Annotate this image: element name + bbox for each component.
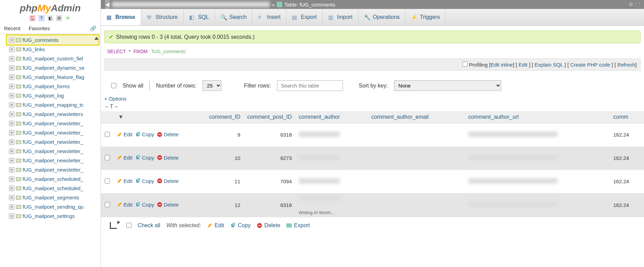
tab-insert[interactable]: ≡Insert [252, 9, 286, 25]
tree-item-fUG_mailpoet_settings[interactable]: +fUG_mailpoet_settings [7, 211, 99, 221]
row-checkbox[interactable] [105, 202, 110, 207]
tab-structure[interactable]: ⚒Structure [141, 9, 184, 25]
copy-button[interactable]: Copy [135, 131, 154, 137]
profiling-checkbox[interactable] [462, 61, 468, 67]
link-explain[interactable]: Explain SQL [534, 62, 563, 68]
row-checkbox[interactable] [105, 132, 110, 137]
sortkey-select[interactable]: None [394, 80, 501, 91]
col-comment_author[interactable]: comment_author [295, 111, 368, 123]
link-create-php[interactable]: Create PHP code [570, 62, 610, 68]
column-controls[interactable]: ←T→ [101, 104, 644, 111]
col-comment_author_url[interactable]: comment_author_url [465, 111, 610, 123]
delete-button[interactable]: Delete [157, 131, 179, 137]
tree-item-fUG_mailpoet_newsletter_[interactable]: +fUG_mailpoet_newsletter_ [7, 165, 99, 174]
tree-item-fUG_mailpoet_newsletter_[interactable]: +fUG_mailpoet_newsletter_ [7, 128, 99, 137]
expand-icon[interactable]: + [9, 204, 14, 210]
tab-favorites[interactable]: Favorites [25, 23, 54, 34]
expand-icon[interactable]: + [9, 158, 14, 163]
expand-icon[interactable]: + [9, 186, 14, 191]
expand-icon[interactable]: + [9, 139, 14, 145]
tree-item-fUG_mailpoet_custom_fiel[interactable]: +fUG_mailpoet_custom_fiel [7, 54, 99, 63]
delete-button[interactable]: Delete [157, 155, 179, 161]
col-comment_ID[interactable]: comment_ID [192, 111, 244, 123]
overlay-icon[interactable]: ⬚ [635, 1, 640, 8]
tree-item-fUG_mailpoet_mapping_tc[interactable]: +fUG_mailpoet_mapping_tc [7, 100, 99, 109]
filter-input[interactable] [277, 80, 343, 91]
row-checkbox[interactable] [105, 178, 110, 184]
row-checkbox[interactable] [105, 155, 110, 160]
col-comm[interactable]: comm [610, 111, 644, 123]
edit-button[interactable]: Edit [117, 178, 133, 184]
expand-icon[interactable]: + [9, 112, 14, 117]
delete-button[interactable]: Delete [157, 178, 179, 184]
tab-operations[interactable]: 🔧Operations [358, 9, 405, 25]
help-icon[interactable]: ? [38, 15, 45, 21]
expand-icon[interactable]: + [9, 74, 14, 80]
expand-icon[interactable]: + [9, 130, 14, 136]
bulk-edit[interactable]: Edit [207, 222, 224, 229]
expand-icon[interactable]: + [9, 149, 14, 154]
link-refresh[interactable]: Refresh [617, 62, 635, 68]
tree-item-fUG_mailpoet_newsletters[interactable]: +fUG_mailpoet_newsletters [7, 109, 99, 119]
bulk-copy[interactable]: Copy [230, 222, 251, 229]
sql-icon[interactable]: ◧ [47, 15, 54, 21]
tree-item-fUG_links[interactable]: +fUG_links [7, 45, 99, 54]
tree-item-fUG_mailpoet_feature_flag[interactable]: +fUG_mailpoet_feature_flag [7, 72, 99, 82]
expand-icon[interactable]: + [9, 167, 14, 173]
expand-icon[interactable]: + [9, 195, 14, 200]
expand-icon[interactable]: + [9, 84, 14, 89]
tree-item-fUG_mailpoet_newsletter_[interactable]: +fUG_mailpoet_newsletter_ [7, 147, 99, 156]
tab-import[interactable]: ▥Import [323, 9, 358, 25]
expand-icon[interactable]: + [9, 176, 14, 182]
col-comment_post_ID[interactable]: comment_post_ID [244, 111, 295, 123]
tree-item-fUG_mailpoet_newsletter_[interactable]: +fUG_mailpoet_newsletter_ [7, 156, 99, 165]
tree-item-fUG_mailpoet_forms[interactable]: +fUG_mailpoet_forms [7, 82, 99, 91]
expand-icon[interactable]: + [9, 102, 14, 108]
bulk-export[interactable]: Export [286, 222, 310, 229]
expand-icon[interactable]: + [9, 65, 14, 71]
refresh-icon[interactable]: ⟳ [65, 15, 71, 21]
link-icon[interactable]: 🔗 [86, 23, 101, 34]
numrows-select[interactable]: 25 [203, 80, 221, 91]
delete-button[interactable]: Delete [157, 202, 179, 208]
tab-triggers[interactable]: ⚡Triggers [405, 9, 446, 25]
sort-icon[interactable]: ▼ [118, 114, 124, 120]
expand-icon[interactable]: + [9, 121, 14, 126]
expand-icon[interactable]: + [9, 56, 14, 61]
bulk-delete[interactable]: Delete [257, 222, 280, 229]
expand-icon[interactable]: + [9, 93, 14, 98]
edit-button[interactable]: Edit [117, 131, 133, 137]
tab-export[interactable]: ▤Export [286, 9, 322, 25]
tab-search[interactable]: 🔍Search [215, 9, 253, 25]
check-all-checkbox[interactable] [126, 223, 131, 228]
copy-button[interactable]: Copy [135, 178, 154, 184]
tree-item-fUG_mailpoet_log[interactable]: +fUG_mailpoet_log [7, 91, 99, 100]
tab-sql[interactable]: ◧SQL [184, 9, 215, 25]
tree-item-fUG_mailpoet_scheduled_[interactable]: +fUG_mailpoet_scheduled_ [7, 184, 99, 193]
tab-recent[interactable]: Recent [0, 23, 25, 34]
tree-item-fUG_comments[interactable]: +fUG_comments [7, 35, 99, 45]
home-icon[interactable]: 🏠 [30, 15, 36, 21]
link-edit-inline[interactable]: Edit inline [491, 62, 513, 68]
tab-browse[interactable]: ▦Browse [101, 9, 141, 25]
expand-icon[interactable]: + [9, 213, 14, 219]
gear-icon[interactable]: ⚙ [56, 15, 62, 21]
expand-icon[interactable]: + [9, 37, 14, 43]
expand-icon[interactable]: + [9, 47, 14, 52]
tree-item-fUG_mailpoet_dynamic_se[interactable]: +fUG_mailpoet_dynamic_se [7, 63, 99, 72]
show-all-checkbox[interactable] [111, 83, 116, 88]
options-toggle[interactable]: + Options [101, 96, 644, 104]
panel-toggle-icon[interactable]: ◀ [105, 0, 110, 9]
tree-item-fUG_mailpoet_newsletter_[interactable]: +fUG_mailpoet_newsletter_ [7, 119, 99, 128]
tree-item-fUG_mailpoet_segments[interactable]: +fUG_mailpoet_segments [7, 193, 99, 202]
breadcrumb-table[interactable]: Table: fUG_comments [284, 2, 335, 8]
tree-item-fUG_mailpoet_newsletter_[interactable]: +fUG_mailpoet_newsletter_ [7, 137, 99, 147]
col-comment_author_email[interactable]: comment_author_email [368, 111, 465, 123]
copy-button[interactable]: Copy [135, 202, 154, 208]
gear-icon[interactable]: ⚙ [629, 1, 633, 8]
edit-button[interactable]: Edit [117, 155, 133, 161]
tree-item-fUG_mailpoet_sending_qu[interactable]: +fUG_mailpoet_sending_qu [7, 202, 99, 211]
copy-button[interactable]: Copy [135, 155, 154, 161]
edit-button[interactable]: Edit [117, 202, 133, 208]
tree-item-fUG_mailpoet_scheduled_[interactable]: +fUG_mailpoet_scheduled_ [7, 174, 99, 184]
